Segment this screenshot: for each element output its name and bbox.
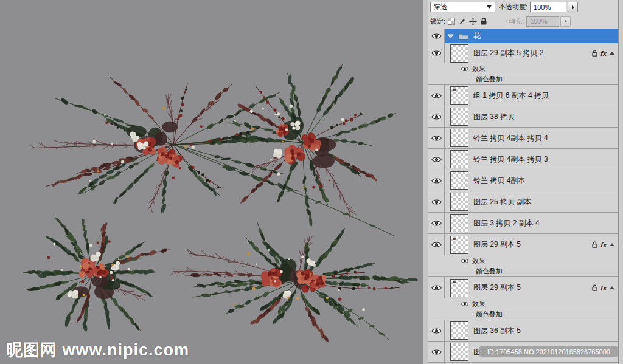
- eye-icon: [431, 220, 442, 227]
- visibility-toggle[interactable]: [428, 43, 445, 63]
- arrow-right-icon: [565, 19, 567, 23]
- eye-icon: [431, 328, 442, 334]
- opacity-input[interactable]: 100%: [530, 2, 566, 12]
- bouquet-top-left: [29, 77, 394, 236]
- lock-fill-row: 锁定: 填充: 100%: [428, 14, 618, 29]
- triangle-up-icon[interactable]: [610, 286, 614, 289]
- effect-name: 颜色叠加: [476, 310, 503, 319]
- layer-thumbnail[interactable]: [450, 279, 468, 297]
- layer-row[interactable]: 铃兰 拷贝 4副本: [428, 170, 618, 191]
- layer-thumbnail[interactable]: [450, 44, 468, 63]
- effect-visibility-toggle[interactable]: [461, 66, 469, 72]
- visibility-toggle[interactable]: [428, 191, 445, 212]
- effect-item-row[interactable]: 颜色叠加: [428, 74, 618, 85]
- layer-thumbnail[interactable]: [450, 129, 468, 147]
- visibility-toggle[interactable]: [428, 170, 445, 191]
- padlock-icon: [592, 284, 597, 291]
- eye-icon: [431, 92, 442, 99]
- blend-mode-dropdown[interactable]: 穿透: [430, 2, 495, 12]
- layer-thumbnail[interactable]: [450, 193, 468, 211]
- effect-item-row[interactable]: 颜色叠加: [428, 309, 618, 320]
- layer-row[interactable]: 图层 29 副本 5 拷贝 2fx: [428, 43, 618, 63]
- layers-panel: 穿透 不透明度: 100% 锁定: 填充: 10: [428, 0, 623, 364]
- effects-header-row[interactable]: 效果: [428, 298, 618, 309]
- visibility-toggle[interactable]: [428, 342, 445, 362]
- fill-input: 100%: [526, 16, 559, 27]
- triangle-down-icon: [447, 34, 454, 39]
- opacity-value: 100%: [534, 4, 551, 11]
- effect-name: 颜色叠加: [476, 267, 503, 276]
- triangle-up-icon[interactable]: [610, 52, 614, 55]
- fx-badge: fx: [600, 241, 607, 249]
- visibility-toggle[interactable]: [428, 277, 445, 298]
- triangle-up-icon[interactable]: [610, 243, 614, 246]
- fx-badge: fx: [600, 284, 607, 292]
- document-canvas[interactable]: 昵图网 www.nipic.com: [0, 0, 423, 364]
- layer-row[interactable]: 图层 38 拷贝: [428, 106, 618, 128]
- fx-badge: fx: [600, 50, 607, 57]
- layer-thumbnail[interactable]: [450, 171, 468, 190]
- layer-thumbnail[interactable]: [450, 321, 468, 340]
- effect-visibility-toggle[interactable]: [461, 258, 469, 264]
- layer-group-row[interactable]: 花: [428, 29, 618, 43]
- padlock-icon: [592, 241, 597, 248]
- bouquet-bottom-left: [23, 217, 170, 332]
- group-name: 花: [473, 31, 481, 41]
- effects-header-row[interactable]: 效果: [428, 63, 618, 74]
- layer-thumbnail[interactable]: [450, 150, 468, 168]
- visibility-toggle[interactable]: [428, 149, 445, 170]
- layer-thumbnail[interactable]: [450, 108, 468, 126]
- layer-name: 图层 36 副本 5: [473, 326, 521, 336]
- lock-position-button[interactable]: [469, 18, 477, 26]
- fill-value: 100%: [530, 18, 547, 25]
- layer-name: 图层 3 拷贝 2 副本 4: [473, 218, 540, 228]
- lock-pixels-button[interactable]: [459, 18, 465, 25]
- visibility-toggle[interactable]: [428, 213, 445, 233]
- layer-thumbnail[interactable]: [450, 86, 468, 105]
- layer-row[interactable]: 图层 36 副本 5: [428, 320, 618, 342]
- nipic-watermark: 昵图网 www.nipic.com: [6, 339, 189, 361]
- bouquet-bottom-right: [170, 223, 419, 343]
- layer-thumbnail[interactable]: [450, 343, 468, 361]
- effects-header-row[interactable]: 效果: [428, 255, 618, 266]
- visibility-toggle[interactable]: [428, 320, 445, 341]
- effect-item-row[interactable]: 颜色叠加: [428, 266, 618, 277]
- eye-icon: [431, 156, 442, 163]
- bouquet-top-right: [228, 64, 395, 227]
- layer-row[interactable]: 组 1 拷贝 6 副本 4 拷贝: [428, 85, 618, 106]
- canvas-panel-divider: [423, 0, 428, 364]
- eye-icon: [431, 177, 442, 184]
- blend-mode-value: 穿透: [434, 2, 447, 12]
- arrow-right-icon: [572, 5, 574, 9]
- layer-row[interactable]: 图层 29 副本 5fx: [428, 277, 618, 298]
- visibility-toggle[interactable]: [428, 128, 445, 148]
- opacity-slider-button[interactable]: [568, 2, 578, 12]
- panel-scrollbar[interactable]: [618, 0, 623, 364]
- layer-name: 组 1 拷贝 6 副本 4 拷贝: [473, 91, 549, 101]
- layer-row[interactable]: 图层 25 拷贝 副本: [428, 191, 618, 213]
- visibility-toggle[interactable]: [428, 234, 445, 255]
- effect-name: 效果: [472, 300, 486, 309]
- lock-transparency-button[interactable]: [448, 18, 455, 25]
- lock-all-button[interactable]: [481, 18, 487, 25]
- layer-list: 花图层 29 副本 5 拷贝 2fx效果颜色叠加组 1 拷贝 6 副本 4 拷贝…: [428, 29, 618, 364]
- visibility-toggle[interactable]: [428, 29, 445, 43]
- expand-toggle[interactable]: [447, 34, 454, 39]
- layer-name: 铃兰 拷贝 4副本: [473, 176, 525, 186]
- layer-thumbnail[interactable]: [450, 236, 468, 254]
- visibility-toggle[interactable]: [428, 106, 445, 127]
- layer-row[interactable]: 铃兰 拷贝 4副本 拷贝 3: [428, 149, 618, 170]
- effect-name: 效果: [472, 64, 486, 74]
- layer-thumbnail[interactable]: [450, 214, 468, 232]
- effect-visibility-toggle[interactable]: [461, 301, 469, 307]
- layer-name: 铃兰 拷贝 4副本 拷贝 3: [473, 154, 548, 165]
- eye-icon: [461, 258, 469, 264]
- layer-row[interactable]: 铃兰 拷贝 4副本 拷贝 4: [428, 128, 618, 149]
- layer-row[interactable]: 图层 29 副本 5fx: [428, 234, 618, 255]
- layer-name: 图层 29 副本 5: [473, 239, 521, 250]
- visibility-toggle[interactable]: [428, 85, 445, 106]
- folder-icon: [458, 33, 468, 40]
- layer-name: 图层 29 副本 5 拷贝 2: [473, 48, 543, 58]
- chevron-down-icon: [487, 5, 492, 9]
- layer-row[interactable]: 图层 3 拷贝 2 副本 4: [428, 213, 618, 234]
